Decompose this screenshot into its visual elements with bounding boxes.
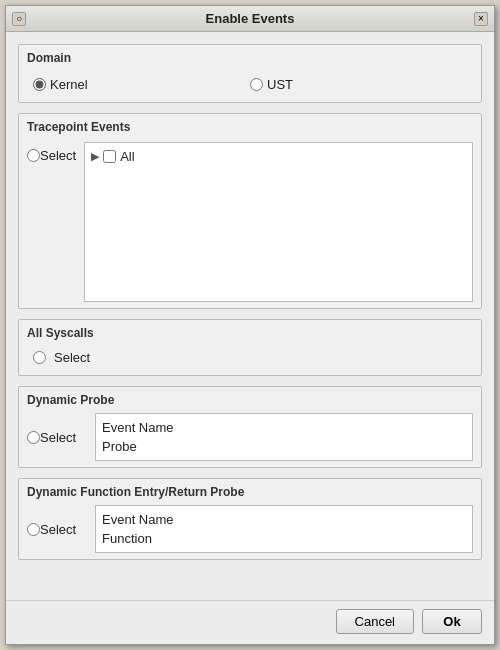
dynamic-function-fields: Event Name Function bbox=[95, 505, 473, 553]
syscalls-row: Select bbox=[27, 346, 473, 369]
tracepoint-select-label: Select bbox=[40, 148, 76, 163]
dynamic-probe-section: Dynamic Probe Select Event Name Probe bbox=[18, 386, 482, 468]
dynamic-function-event-name: Event Name bbox=[102, 510, 466, 529]
cancel-button[interactable]: Cancel bbox=[336, 609, 414, 634]
dynamic-probe-radio[interactable] bbox=[27, 431, 40, 444]
dynamic-probe-fields: Event Name Probe bbox=[95, 413, 473, 461]
ust-label: UST bbox=[267, 77, 293, 92]
domain-radios: Kernel UST bbox=[27, 73, 473, 96]
kernel-radio-group: Kernel bbox=[33, 77, 250, 92]
title-bar: ○ Enable Events × bbox=[6, 6, 494, 32]
tree-all-label: All bbox=[120, 149, 134, 164]
button-bar: Cancel Ok bbox=[6, 600, 494, 644]
syscalls-section: All Syscalls Select bbox=[18, 319, 482, 376]
dynamic-function-select-label: Select bbox=[40, 522, 76, 537]
dynamic-probe-event-name: Event Name bbox=[102, 418, 466, 437]
tree-all-checkbox[interactable] bbox=[103, 150, 116, 163]
tracepoint-section: Tracepoint Events Select ▶ All bbox=[18, 113, 482, 309]
dynamic-function-section: Dynamic Function Entry/Return Probe Sele… bbox=[18, 478, 482, 560]
tree-expand-icon[interactable]: ▶ bbox=[91, 150, 99, 163]
ust-radio[interactable] bbox=[250, 78, 263, 91]
ust-radio-group: UST bbox=[250, 77, 467, 92]
content-area: Domain Kernel UST Tracepoint Events Sele… bbox=[6, 32, 494, 600]
dynamic-probe-probe: Probe bbox=[102, 437, 466, 456]
syscalls-select-label: Select bbox=[54, 350, 90, 365]
tracepoint-tree[interactable]: ▶ All bbox=[84, 142, 473, 302]
domain-label: Domain bbox=[27, 51, 473, 65]
ok-button[interactable]: Ok bbox=[422, 609, 482, 634]
tree-all-item: ▶ All bbox=[89, 147, 468, 166]
dynamic-function-radio[interactable] bbox=[27, 523, 40, 536]
dynamic-probe-inner: Select Event Name Probe bbox=[27, 413, 473, 461]
dynamic-probe-select-label: Select bbox=[40, 430, 76, 445]
window-menu-button[interactable]: ○ bbox=[12, 12, 26, 26]
dynamic-function-radio-group: Select bbox=[27, 522, 87, 537]
tracepoint-inner: Select ▶ All bbox=[27, 142, 473, 302]
kernel-label: Kernel bbox=[50, 77, 88, 92]
enable-events-window: ○ Enable Events × Domain Kernel UST Trac… bbox=[5, 5, 495, 645]
tracepoint-radio-group: Select bbox=[27, 142, 76, 163]
syscalls-radio[interactable] bbox=[33, 351, 46, 364]
syscalls-label: All Syscalls bbox=[27, 326, 473, 340]
kernel-radio[interactable] bbox=[33, 78, 46, 91]
dynamic-function-function: Function bbox=[102, 529, 466, 548]
tracepoint-radio[interactable] bbox=[27, 149, 40, 162]
tracepoint-label: Tracepoint Events bbox=[27, 120, 473, 134]
domain-section: Domain Kernel UST bbox=[18, 44, 482, 103]
window-title: Enable Events bbox=[26, 11, 474, 26]
dynamic-probe-label: Dynamic Probe bbox=[27, 393, 473, 407]
dynamic-function-label: Dynamic Function Entry/Return Probe bbox=[27, 485, 473, 499]
dynamic-probe-radio-group: Select bbox=[27, 430, 87, 445]
close-button[interactable]: × bbox=[474, 12, 488, 26]
dynamic-function-inner: Select Event Name Function bbox=[27, 505, 473, 553]
